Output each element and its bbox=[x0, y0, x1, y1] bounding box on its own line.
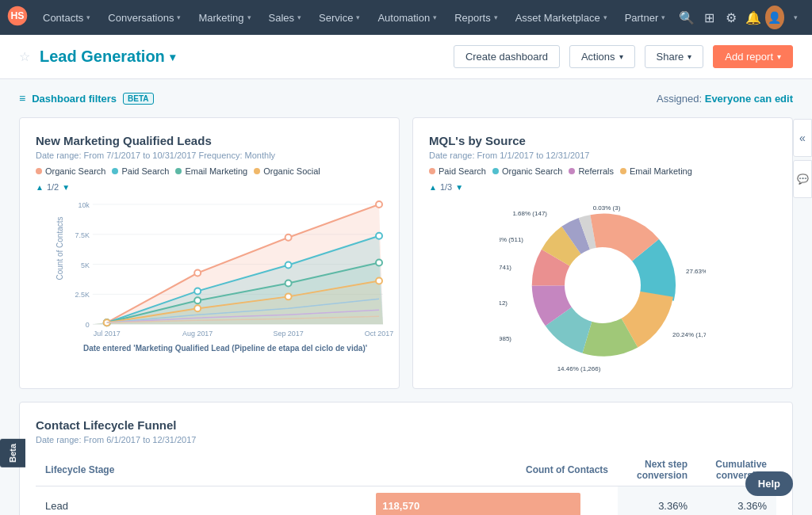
table-row: Lead 118,570 3.36% 3.36% bbox=[36, 486, 776, 516]
service-chevron-icon: ▾ bbox=[356, 13, 360, 21]
nav-automation[interactable]: Automation ▾ bbox=[370, 0, 445, 35]
filter-label[interactable]: Dashboard filters bbox=[32, 93, 117, 105]
beta-badge: BETA bbox=[123, 93, 153, 105]
svg-point-26 bbox=[376, 260, 382, 266]
share-button[interactable]: Share ▾ bbox=[645, 45, 704, 68]
user-avatar[interactable]: 👤 bbox=[765, 6, 784, 29]
legend-dot-social bbox=[254, 168, 260, 174]
svg-text:5.83% (511): 5.83% (511) bbox=[500, 236, 523, 243]
svg-text:7.5K: 7.5K bbox=[75, 231, 89, 239]
marketplace-icon[interactable]: ⊞ bbox=[699, 5, 719, 30]
sales-chevron-icon: ▾ bbox=[297, 13, 301, 21]
actions-chevron-icon: ▾ bbox=[619, 52, 623, 61]
stage-label: Lead bbox=[36, 486, 366, 516]
svg-text:11.25% (985): 11.25% (985) bbox=[500, 335, 511, 342]
nav-reports[interactable]: Reports ▾ bbox=[446, 0, 506, 35]
nav-service[interactable]: Service ▾ bbox=[311, 0, 368, 35]
chart1-subtitle: Date range: From 7/1/2017 to 10/31/2017 … bbox=[36, 151, 383, 160]
svg-text:1.68% (147): 1.68% (147) bbox=[512, 210, 547, 217]
svg-point-14 bbox=[194, 270, 201, 277]
partner-chevron-icon: ▾ bbox=[661, 13, 665, 21]
chart2-subtitle: Date range: From 1/1/2017 to 12/31/2017 bbox=[429, 151, 776, 160]
funnel-bar-lead: 118,570 bbox=[376, 493, 580, 515]
conversations-chevron-icon: ▾ bbox=[177, 13, 181, 21]
chart2-next-icon[interactable]: ▼ bbox=[455, 183, 463, 192]
side-chat-icon[interactable]: 💬 bbox=[793, 160, 812, 198]
nav-partner[interactable]: Partner ▾ bbox=[617, 0, 674, 35]
chart2-legend: Paid Search Organic Search Referrals Ema… bbox=[429, 166, 776, 176]
svg-text:Oct 2017: Oct 2017 bbox=[365, 330, 393, 338]
chart1-area: Count of Contacts 10k 7.5K 5K 2.5K 0 bbox=[36, 198, 383, 353]
bar-cell-lead: 118,570 bbox=[366, 486, 618, 516]
search-icon[interactable]: 🔍 bbox=[676, 5, 697, 30]
chart2-area: 27.63% (2,420) 20.24% (1,773) 14.46% (1,… bbox=[429, 198, 776, 372]
assigned-link[interactable]: Everyone can edit bbox=[705, 93, 793, 105]
col-count: Count of Contacts bbox=[366, 454, 618, 486]
help-button[interactable]: Help bbox=[745, 471, 793, 496]
account-chevron-icon: ▾ bbox=[794, 13, 798, 21]
legend-organic-social: Organic Social bbox=[254, 166, 320, 176]
reports-chevron-icon: ▾ bbox=[494, 13, 498, 21]
top-nav: HS Contacts ▾ Conversations ▾ Marketing … bbox=[0, 0, 812, 35]
svg-text:HS: HS bbox=[10, 10, 24, 21]
nav-contacts[interactable]: Contacts ▾ bbox=[35, 0, 98, 35]
dashboard-grid: New Marketing Qualified Leads Date range… bbox=[19, 117, 793, 515]
chart1-card: New Marketing Qualified Leads Date range… bbox=[19, 117, 400, 389]
filter-left: ≡ Dashboard filters BETA bbox=[19, 92, 154, 105]
svg-point-31 bbox=[376, 277, 382, 284]
add-report-button[interactable]: Add report ▾ bbox=[713, 45, 793, 68]
chart1-prev-icon[interactable]: ▲ bbox=[36, 183, 44, 192]
main-content: ≡ Dashboard filters BETA Assigned: Every… bbox=[0, 79, 812, 515]
title-dropdown-icon[interactable]: ▾ bbox=[170, 51, 175, 63]
settings-icon[interactable]: ⚙ bbox=[721, 5, 741, 30]
svg-point-29 bbox=[194, 305, 201, 311]
chart2-prev-icon[interactable]: ▲ bbox=[429, 183, 437, 192]
nav-marketing[interactable]: Marketing ▾ bbox=[190, 0, 259, 35]
actions-button[interactable]: Actions ▾ bbox=[569, 45, 635, 68]
svg-point-15 bbox=[285, 235, 292, 241]
share-chevron-icon: ▾ bbox=[688, 52, 691, 61]
svg-text:Aug 2017: Aug 2017 bbox=[182, 330, 213, 338]
marketing-chevron-icon: ▾ bbox=[247, 13, 251, 21]
funnel-title: Contact Lifecycle Funnel bbox=[36, 418, 776, 432]
nav-asset[interactable]: Asset Marketplace ▾ bbox=[508, 0, 615, 35]
svg-text:Jul 2017: Jul 2017 bbox=[94, 330, 121, 338]
funnel-table: Lifecycle Stage Count of Contacts Next s… bbox=[36, 454, 776, 515]
svg-text:10.41% (912): 10.41% (912) bbox=[500, 299, 508, 307]
hubspot-logo[interactable]: HS bbox=[6, 5, 29, 30]
legend-dot-email2 bbox=[620, 168, 626, 174]
chart2-title: MQL's by Source bbox=[429, 134, 776, 147]
legend-paid-search: Paid Search bbox=[429, 166, 486, 176]
legend-organic-search2: Organic Search bbox=[492, 166, 562, 176]
side-expand-icon[interactable]: « bbox=[793, 119, 812, 157]
svg-point-21 bbox=[376, 233, 382, 239]
favorite-icon[interactable]: ☆ bbox=[19, 49, 30, 64]
legend-dot-organic2 bbox=[492, 168, 499, 174]
svg-text:14.46% (1,266): 14.46% (1,266) bbox=[557, 365, 601, 372]
funnel-subtitle: Date range: From 6/1/2017 to 12/31/2017 bbox=[36, 435, 776, 444]
chart2-card: MQL's by Source Date range: From 1/1/201… bbox=[412, 117, 793, 389]
chart1-title: New Marketing Qualified Leads bbox=[36, 134, 383, 147]
notifications-icon[interactable]: 🔔 bbox=[743, 5, 764, 30]
nav-sales[interactable]: Sales ▾ bbox=[261, 0, 310, 35]
chart2-svg: 27.63% (2,420) 20.24% (1,773) 14.46% (1,… bbox=[500, 198, 706, 372]
assigned-info: Assigned: Everyone can edit bbox=[657, 93, 793, 105]
account-chevron[interactable]: ▾ bbox=[786, 0, 806, 35]
legend-email-marketing2: Email Marketing bbox=[620, 166, 692, 176]
automation-chevron-icon: ▾ bbox=[433, 13, 437, 21]
chart1-next-icon[interactable]: ▼ bbox=[62, 183, 70, 192]
svg-text:2.5K: 2.5K bbox=[75, 291, 89, 299]
legend-dot-paid bbox=[112, 168, 118, 174]
nav-conversations[interactable]: Conversations ▾ bbox=[100, 0, 189, 35]
beta-button[interactable]: Beta bbox=[0, 439, 25, 467]
asset-chevron-icon: ▾ bbox=[603, 13, 607, 21]
chart1-x-label: Date entered 'Marketing Qualified Lead (… bbox=[67, 344, 383, 353]
chart1-y-label: Count of Contacts bbox=[56, 216, 64, 280]
svg-point-24 bbox=[194, 297, 201, 303]
legend-dot-email bbox=[175, 168, 182, 174]
next-step-lead: 3.36% bbox=[618, 486, 697, 516]
create-dashboard-button[interactable]: Create dashboard bbox=[454, 45, 560, 68]
legend-email-marketing: Email Marketing bbox=[175, 166, 247, 176]
page-header: ☆ Lead Generation ▾ Create dashboard Act… bbox=[0, 35, 812, 79]
svg-text:10k: 10k bbox=[78, 201, 90, 209]
